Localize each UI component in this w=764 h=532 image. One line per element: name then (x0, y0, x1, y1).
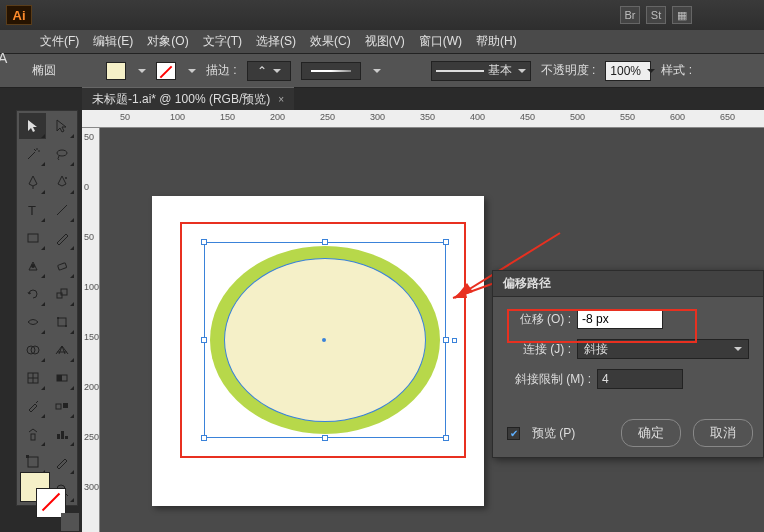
pen-tool[interactable] (19, 169, 46, 195)
symbol-sprayer-tool[interactable] (19, 421, 46, 447)
stroke-box[interactable] (36, 488, 66, 518)
app-logo: Ai (6, 5, 32, 25)
shape-label: 椭圆 (32, 62, 56, 79)
opacity-label: 不透明度 : (541, 62, 596, 79)
svg-rect-26 (26, 455, 29, 458)
menu-object[interactable]: 对象(O) (147, 33, 188, 50)
arrange-docs-button[interactable]: ▦ (672, 6, 692, 24)
curvature-tool[interactable] (48, 169, 75, 195)
annotation-rect (180, 222, 466, 458)
svg-rect-23 (61, 431, 64, 439)
menu-bar: 文件(F) 编辑(E) 对象(O) 文字(T) 选择(S) 效果(C) 视图(V… (0, 30, 764, 54)
scale-tool[interactable] (48, 281, 75, 307)
stroke-label: 描边 : (206, 62, 237, 79)
preview-label: 预览 (P) (532, 425, 575, 442)
horizontal-ruler: 50 100 150 200 250 300 350 400 450 500 5… (82, 110, 764, 128)
stroke-swatch[interactable] (156, 62, 176, 80)
options-bar: 椭圆 描边 : ⌃ 基本 不透明度 : 100% 样式 : (0, 54, 764, 88)
svg-rect-21 (31, 434, 35, 440)
direct-selection-tool[interactable] (48, 113, 75, 139)
perspective-grid-tool[interactable] (48, 337, 75, 363)
svg-rect-19 (56, 404, 61, 409)
svg-rect-18 (57, 375, 62, 381)
svg-point-10 (57, 317, 59, 319)
svg-text:T: T (28, 203, 36, 218)
svg-rect-6 (57, 263, 66, 270)
tab-title: 未标题-1.ai* @ 100% (RGB/预览) (92, 91, 270, 108)
miter-label: 斜接限制 (M) : (507, 371, 591, 388)
toolbox: T (16, 110, 78, 506)
shaper-tool[interactable] (19, 253, 46, 279)
svg-rect-9 (58, 318, 66, 326)
width-tool[interactable] (19, 309, 46, 335)
magic-wand-tool[interactable] (19, 141, 46, 167)
lasso-tool[interactable] (48, 141, 75, 167)
svg-point-0 (57, 150, 67, 156)
mesh-tool[interactable] (19, 365, 46, 391)
svg-rect-24 (65, 436, 68, 439)
fill-swatch[interactable] (106, 62, 126, 80)
stroke-weight[interactable]: ⌃ (247, 61, 291, 81)
preview-checkbox[interactable]: ✔ (507, 427, 520, 440)
opacity-value[interactable]: 100% (605, 61, 651, 81)
stock-button[interactable]: St (646, 6, 666, 24)
type-tool[interactable]: T (19, 197, 46, 223)
side-letter: A (0, 50, 7, 66)
style-label: 样式 : (661, 62, 692, 79)
svg-rect-20 (63, 403, 68, 408)
eraser-tool[interactable] (48, 253, 75, 279)
menu-type[interactable]: 文字(T) (203, 33, 242, 50)
annotation-field-rect (507, 309, 697, 343)
eyedropper-tool[interactable] (19, 393, 46, 419)
menu-view[interactable]: 视图(V) (365, 33, 405, 50)
blend-tool[interactable] (48, 393, 75, 419)
brush-basic[interactable]: 基本 (431, 61, 531, 81)
cancel-button[interactable]: 取消 (693, 419, 753, 447)
bridge-button[interactable]: Br (620, 6, 640, 24)
document-tabbar: 未标题-1.ai* @ 100% (RGB/预览) × (82, 88, 294, 110)
menu-file[interactable]: 文件(F) (40, 33, 79, 50)
svg-point-5 (31, 264, 35, 268)
paintbrush-tool[interactable] (48, 225, 75, 251)
shape-builder-tool[interactable] (19, 337, 46, 363)
selection-tool[interactable] (19, 113, 46, 139)
rotate-tool[interactable] (19, 281, 46, 307)
tab-close-icon[interactable]: × (278, 94, 284, 105)
join-value: 斜接 (584, 341, 608, 358)
column-graph-tool[interactable] (48, 421, 75, 447)
svg-point-11 (65, 325, 67, 327)
document-tab[interactable]: 未标题-1.ai* @ 100% (RGB/预览) × (82, 87, 294, 111)
window-titlebar: Ai Br St ▦ (0, 0, 764, 30)
miter-input[interactable]: 4 (597, 369, 683, 389)
menu-effect[interactable]: 效果(C) (310, 33, 351, 50)
line-tool[interactable] (48, 197, 75, 223)
menu-edit[interactable]: 编辑(E) (93, 33, 133, 50)
join-label: 连接 (J) : (507, 341, 571, 358)
svg-point-1 (65, 177, 67, 179)
ok-button[interactable]: 确定 (621, 419, 681, 447)
menu-select[interactable]: 选择(S) (256, 33, 296, 50)
rectangle-tool[interactable] (19, 225, 46, 251)
menu-window[interactable]: 窗口(W) (419, 33, 462, 50)
vertical-ruler: 50 0 50 100 150 200 250 300 (82, 128, 100, 532)
svg-rect-22 (57, 434, 60, 439)
svg-rect-4 (28, 234, 38, 242)
basic-label: 基本 (488, 62, 512, 79)
free-transform-tool[interactable] (48, 309, 75, 335)
menu-help[interactable]: 帮助(H) (476, 33, 517, 50)
fill-stroke-indicator[interactable] (18, 470, 68, 520)
offset-path-dialog: 偏移路径 位移 (O) : 连接 (J) : 斜接 斜接限制 (M) : 4 ✔… (492, 270, 764, 458)
stroke-profile[interactable] (301, 62, 361, 80)
dialog-title: 偏移路径 (493, 271, 763, 297)
gradient-tool[interactable] (48, 365, 75, 391)
svg-rect-25 (28, 457, 38, 467)
svg-line-3 (57, 205, 67, 215)
chevron-down-icon (734, 347, 742, 351)
